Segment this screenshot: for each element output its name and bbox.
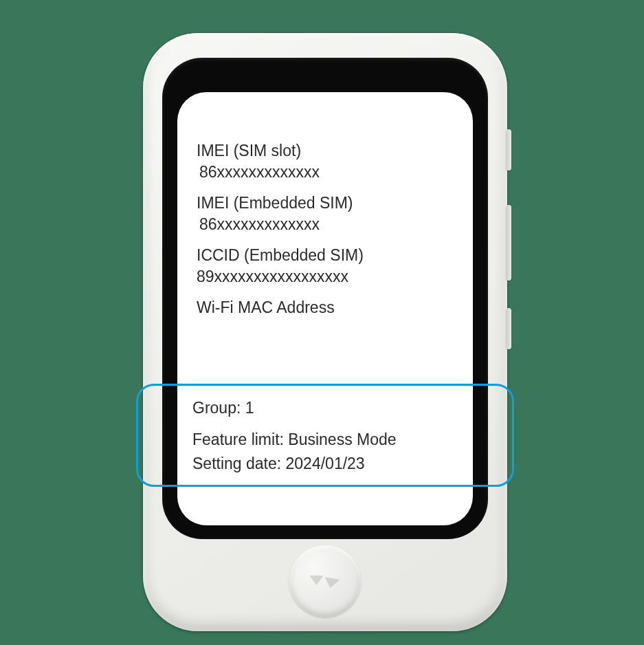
side-button-bottom[interactable] — [506, 308, 511, 349]
imei-sim-slot-block: IMEI (SIM slot) 86xxxxxxxxxxxxx — [197, 140, 454, 183]
side-button-middle[interactable] — [506, 205, 511, 281]
iccid-embedded-value: 89xxxxxxxxxxxxxxxxx — [197, 266, 454, 287]
imei-embedded-block: IMEI (Embedded SIM) 86xxxxxxxxxxxxx — [197, 193, 454, 235]
home-button[interactable] — [289, 545, 362, 617]
device-body: IMEI (SIM slot) 86xxxxxxxxxxxxx IMEI (Em… — [143, 33, 507, 631]
svg-marker-1 — [324, 577, 340, 588]
iccid-embedded-label: ICCID (Embedded SIM) — [197, 245, 454, 266]
imei-sim-slot-label: IMEI (SIM slot) — [197, 140, 454, 162]
setting-date-line: Setting date: 2024/01/23 — [192, 452, 397, 477]
wifi-mac-label: Wi-Fi MAC Address — [197, 297, 454, 318]
svg-marker-0 — [309, 576, 323, 585]
feature-limit-line: Feature limit: Business Mode — [192, 428, 397, 452]
home-button-icon — [309, 571, 341, 592]
imei-sim-slot-value: 86xxxxxxxxxxxxx — [197, 162, 454, 183]
highlight-text-block: Group: 1 Feature limit: Business Mode Se… — [192, 396, 397, 477]
group-line: Group: 1 — [192, 396, 397, 421]
iccid-embedded-block: ICCID (Embedded SIM) 89xxxxxxxxxxxxxxxxx — [197, 245, 454, 287]
imei-embedded-label: IMEI (Embedded SIM) — [197, 193, 454, 214]
side-button-top[interactable] — [506, 129, 511, 171]
imei-embedded-value: 86xxxxxxxxxxxxx — [197, 214, 454, 235]
